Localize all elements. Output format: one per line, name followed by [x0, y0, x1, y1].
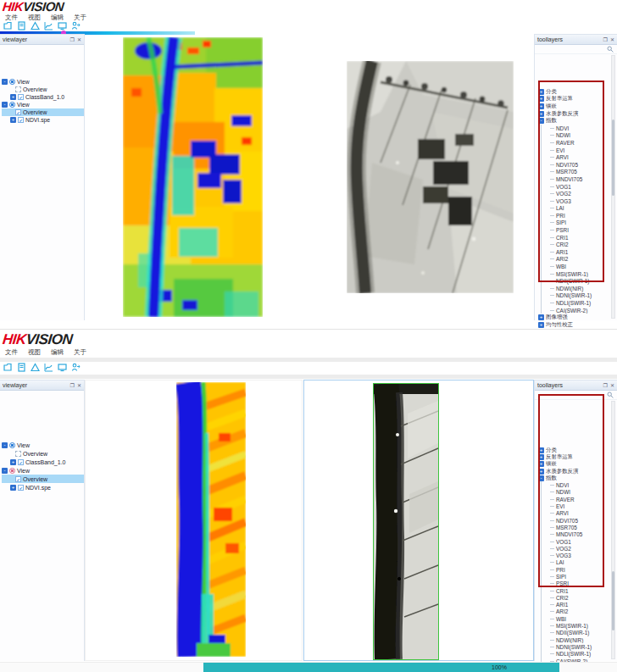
spectral-curve-icon[interactable] [44, 21, 53, 31]
open-folder-icon[interactable] [3, 363, 13, 372]
layer-item[interactable]: +✔NDVI.spe [2, 483, 84, 492]
expand-plus-icon[interactable]: + [10, 94, 16, 100]
logo-vision-text: VISION [25, 331, 74, 347]
item-label: View [17, 102, 30, 108]
panel-float-icon[interactable]: ❐ [70, 37, 75, 42]
layer-item[interactable]: +✔ClassBand_1.0 [2, 93, 84, 101]
expand-plus-icon[interactable]: + [10, 485, 16, 491]
panel-float-icon[interactable]: ❐ [603, 37, 608, 42]
export-user-icon[interactable] [71, 363, 81, 372]
viewlayer-panel: viewlayer ❐ ✕ -ViewOverview+✔ClassBand_1… [0, 380, 85, 661]
view-root-item[interactable]: -View [2, 441, 84, 449]
index-item[interactable]: WBI [541, 615, 610, 622]
layer-item[interactable]: Overview [2, 86, 84, 93]
menu-item[interactable]: 关于 [74, 348, 86, 357]
index-item[interactable]: NDWI(NIR) [541, 636, 610, 643]
tree-branch-tick [550, 295, 554, 296]
ndvi-false-color-view[interactable] [176, 382, 246, 657]
index-item[interactable]: ARI1 [541, 602, 610, 608]
layer-checkbox[interactable]: ✔ [18, 485, 24, 491]
layer-checkbox[interactable] [15, 86, 21, 92]
app-window-bottom: HIKVISION 文件视图编辑关于 viewlayer ❐ ✕ -ViewOv… [0, 330, 617, 672]
index-item[interactable]: CAI(SWIR-2) [541, 307, 610, 314]
notebook-icon[interactable] [17, 363, 26, 372]
logo-hik-text: HIK [2, 0, 24, 14]
layer-checkbox[interactable]: ✔ [18, 117, 24, 123]
tool-group-item[interactable]: +均匀性校正 [538, 321, 610, 329]
vertical-scrollbar[interactable] [611, 55, 615, 319]
open-folder-icon[interactable] [3, 21, 13, 31]
index-item[interactable]: NDNI(SWIR-1) [541, 292, 610, 300]
item-label: CRI2 [556, 595, 569, 601]
expand-plus-icon[interactable]: + [10, 459, 16, 465]
index-item[interactable]: ARI2 [541, 608, 610, 615]
panel-close-icon[interactable]: ✕ [77, 383, 81, 388]
index-item[interactable]: NDII(SWIR-1) [541, 630, 610, 636]
scrollbar-thumb[interactable] [612, 119, 614, 196]
scrollbar-thumb[interactable] [612, 571, 614, 630]
layer-checkbox[interactable]: ✔ [18, 94, 24, 100]
layer-item[interactable]: +✔NDVI.spe [2, 116, 84, 124]
item-label: 图像增强 [546, 314, 568, 321]
layer-checkbox[interactable] [15, 451, 21, 457]
index-item[interactable]: CRI2 [541, 594, 610, 601]
index-item[interactable]: NDLI(SWIR-1) [541, 299, 610, 307]
hikvision-logo: HIKVISION [2, 0, 64, 14]
index-item[interactable]: CRI1 [541, 587, 610, 594]
app-window-top: HIKVISION 文件视图编辑关于 viewlayer ❐ ✕ -ViewOv… [0, 0, 617, 330]
expand-plus-icon[interactable]: + [538, 314, 544, 320]
collapse-minus-icon[interactable]: - [2, 468, 8, 474]
vertical-scrollbar[interactable] [611, 401, 615, 659]
spectral-curve-icon[interactable] [44, 363, 53, 372]
menu-item[interactable]: 文件 [5, 348, 18, 357]
search-icon[interactable] [607, 46, 614, 53]
layer-item[interactable]: Overview [2, 449, 84, 458]
view-root-item[interactable]: -View [2, 78, 84, 86]
viewlayer-panel-title: viewlayer [3, 382, 68, 388]
view-root-item[interactable]: -View [2, 466, 84, 475]
export-user-icon[interactable] [71, 21, 81, 31]
item-label: 均匀性校正 [546, 321, 573, 329]
panel-close-icon[interactable]: ✕ [77, 37, 81, 42]
display-icon[interactable] [58, 21, 67, 31]
collapse-minus-icon[interactable]: - [2, 442, 8, 448]
menu-item[interactable]: 视图 [28, 348, 41, 357]
index-item[interactable]: NDWI(NIR) [541, 285, 610, 292]
tree-branch-tick [550, 303, 554, 303]
layer-item[interactable]: +✔ClassBand_1.0 [2, 458, 84, 466]
index-item[interactable]: NDNI(SWIR-1) [541, 643, 610, 650]
expand-plus-icon[interactable]: + [538, 322, 544, 328]
layer-item[interactable]: ✔Overview [2, 108, 84, 116]
layer-checkbox[interactable]: ✔ [15, 476, 21, 482]
viewlayer-panel-title: viewlayer [3, 36, 68, 42]
item-label: NDNI(SWIR-1) [556, 292, 592, 298]
panel-float-icon[interactable]: ❐ [603, 383, 608, 388]
viewlayer-panel: viewlayer ❐ ✕ -ViewOverview+✔ClassBand_1… [0, 34, 85, 320]
notebook-icon[interactable] [17, 21, 26, 31]
tool-group-item[interactable]: +图像增强 [538, 314, 610, 321]
display-icon[interactable] [58, 363, 67, 372]
panel-close-icon[interactable]: ✕ [610, 37, 614, 42]
collapse-minus-icon[interactable]: - [2, 102, 8, 108]
logo-hik-text: HIK [2, 331, 27, 347]
view-root-icon [9, 442, 15, 448]
grayscale-band-view[interactable] [347, 61, 514, 293]
triangle-icon[interactable] [31, 21, 40, 31]
collapse-minus-icon[interactable]: - [2, 79, 8, 85]
expand-plus-icon[interactable]: + [10, 117, 16, 123]
layer-checkbox[interactable]: ✔ [15, 109, 21, 115]
annotation-redbox [538, 394, 604, 587]
panel-close-icon[interactable]: ✕ [610, 383, 614, 388]
grayscale-band-view[interactable] [373, 383, 439, 660]
search-icon[interactable] [607, 392, 614, 398]
ndvi-false-color-view[interactable] [123, 37, 263, 317]
view-root-item[interactable]: -View [2, 101, 84, 108]
index-item[interactable]: MSI(SWIR-1) [541, 622, 610, 629]
layer-checkbox[interactable]: ✔ [18, 459, 24, 465]
toolbar-separator [0, 358, 617, 362]
layer-item[interactable]: ✔Overview [2, 475, 84, 483]
menu-item[interactable]: 编辑 [51, 348, 64, 357]
panel-float-icon[interactable]: ❐ [70, 383, 75, 388]
triangle-icon[interactable] [31, 363, 40, 372]
index-item[interactable]: NDLI(SWIR-1) [541, 651, 610, 658]
